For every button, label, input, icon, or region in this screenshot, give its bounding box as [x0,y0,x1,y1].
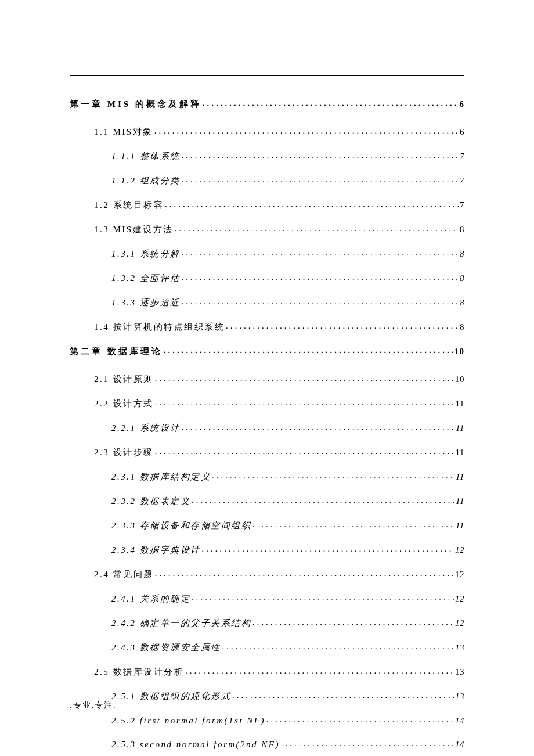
toc-entry-title: 1.3.1 系统分解 [111,249,181,260]
toc-entry-title: 2.4.2 确定单一的父子关系结构 [111,618,251,629]
toc-entry-title: 1.3.3 逐步迫近 [111,297,181,308]
toc-entry: 1.2 系统目标容 7 [94,199,464,211]
toc-entry-page: 11 [456,521,464,531]
toc-leader-dots [266,715,454,723]
toc-entry-page: 13 [455,643,464,653]
toc-leader-dots [226,321,459,330]
toc-entry: 1.3.1 系统分解 8 [111,248,464,260]
header-rule [70,75,464,76]
toc-entry-title: 2.3.4 数据字典设计 [111,545,201,556]
toc-entry-page: 12 [455,570,464,579]
toc-entry-page: 7 [460,176,464,186]
page-footer: .专业.专注. [70,700,117,711]
toc-leader-dots [182,272,459,281]
toc-entry-page: 7 [460,152,464,161]
toc-leader-dots [203,98,459,107]
toc-entry-page: 6 [460,99,465,109]
toc-leader-dots [182,422,454,431]
toc-entry: 2.5.3 second normal form(2nd NF) 14 [111,739,464,750]
toc-entry-page: 11 [456,448,464,458]
toc-entry: 2.4.1 关系的确定 12 [111,593,464,604]
toc-entry-title: 2.5.2 first normal form(1st NF) [111,716,265,726]
toc-leader-dots [155,447,454,455]
toc-entry-page: 11 [456,423,464,433]
toc-entry: 第二章 数据库理论 10 [70,345,464,357]
toc-entry-page: 14 [455,716,464,726]
toc-entry: 1.3.2 全面评估 8 [111,272,464,284]
toc-entry-page: 11 [456,472,464,482]
toc-entry-title: 2.3.2 数据表定义 [111,496,190,507]
toc-entry-title: 1.1 MIS对象 [94,127,153,138]
toc-entry-title: 2.4.1 关系的确定 [111,593,190,604]
toc-leader-dots [252,520,454,528]
toc-leader-dots [192,593,454,602]
toc-entry: 2.5.2 first normal form(1st NF) 14 [111,715,464,726]
toc-entry-page: 7 [460,200,464,210]
toc-entry: 2.1 设计原则 10 [94,373,464,385]
toc-leader-dots [252,617,454,626]
toc-leader-dots [182,297,459,305]
toc-entry-title: 1.3.2 全面评估 [111,273,181,284]
toc-entry: 2.3.1 数据库结构定义 11 [111,471,464,483]
toc-entry: 2.2.1 系统设计 11 [111,422,464,434]
toc-leader-dots [281,739,454,747]
toc-entry-page: 13 [455,692,464,701]
toc-entry-page: 11 [456,399,464,409]
toc-entry-page: 14 [455,740,464,750]
toc-entry: 1.1.1 整体系统 7 [111,150,464,162]
toc-entry-page: 8 [460,273,464,283]
toc-entry-title: 2.2 设计方式 [94,398,154,409]
toc-entry-title: 1.3 MIS建设方法 [94,224,174,235]
toc-leader-dots [154,126,459,135]
toc-leader-dots [182,175,459,183]
toc-leader-dots [155,398,454,406]
toc-entry: 1.4 按计算机的特点组织系统 8 [94,321,464,333]
toc-leader-dots [164,345,453,354]
toc-leader-dots [182,150,459,159]
toc-entry-title: 2.5.3 second normal form(2nd NF) [111,740,280,750]
toc-entry-title: 2.3.1 数据库结构定义 [111,471,211,483]
toc-entry: 1.3.3 逐步迫近 8 [111,297,464,308]
toc-entry-page: 8 [460,298,464,308]
toc-entry-page: 10 [454,347,464,357]
toc-entry-page: 10 [455,375,464,384]
toc-entry: 2.5 数据库设计分析 13 [94,666,464,678]
toc-leader-dots [222,642,454,650]
toc-entry: 1.3 MIS建设方法 8 [94,224,464,235]
toc-leader-dots [165,199,459,208]
toc-entry: 2.3.2 数据表定义 11 [111,495,464,507]
toc-entry-title: 2.4.3 数据资源安全属性 [111,642,221,653]
toc-entry-page: 8 [460,249,464,259]
toc-leader-dots [232,690,454,699]
toc-leader-dots [185,666,454,675]
toc-entry-title: 第一章 MIS 的概念及解释 [70,99,201,110]
toc-entry-page: 8 [460,322,464,332]
toc-entry-page: 8 [460,225,464,235]
toc-entry-title: 第二章 数据库理论 [70,346,163,357]
toc-leader-dots [175,224,459,232]
toc-entry-title: 2.3.3 存储设备和存储空间组织 [111,520,251,531]
toc-entry: 1.1.2 组成分类 7 [111,175,464,186]
toc-leader-dots [202,544,454,553]
toc-entry-page: 11 [456,496,464,506]
toc-entry: 2.4.2 确定单一的父子关系结构 12 [111,617,464,629]
toc-entry: 第一章 MIS 的概念及解释 6 [70,98,464,110]
toc-leader-dots [182,248,459,257]
toc-entry: 2.3.4 数据字典设计 12 [111,544,464,556]
toc-entry-page: 6 [460,127,464,137]
toc-entry: 2.5.1 数据组织的规化形式 13 [111,690,464,702]
toc-entry-title: 2.5 数据库设计分析 [94,667,184,678]
toc-entry-title: 1.1.1 整体系统 [111,151,181,162]
toc-entry-page: 12 [455,594,464,604]
toc-entry-title: 1.1.2 组成分类 [111,175,181,186]
table-of-contents: 第一章 MIS 的概念及解释 61.1 MIS对象 61.1.1 整体系统 71… [70,95,464,756]
toc-entry-page: 12 [455,618,464,628]
toc-leader-dots [212,471,454,480]
document-page: 第一章 MIS 的概念及解释 61.1 MIS对象 61.1.1 整体系统 71… [0,0,534,756]
toc-entry-page: 13 [455,667,464,677]
toc-leader-dots [192,495,454,504]
toc-entry-page: 12 [455,545,464,555]
toc-entry: 2.4.3 数据资源安全属性 13 [111,642,464,653]
toc-entry: 2.3 设计步骤 11 [94,447,464,458]
toc-entry-title: 2.1 设计原则 [94,374,154,385]
